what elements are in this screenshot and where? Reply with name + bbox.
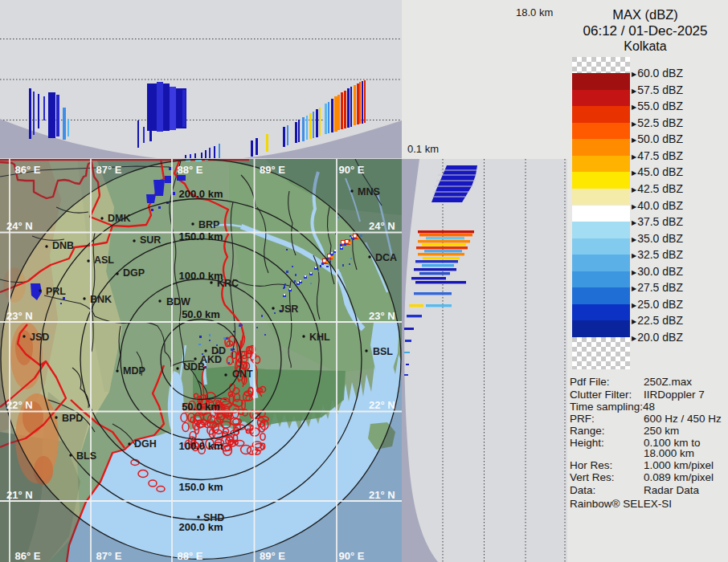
svg-text:86° E: 86° E [15,550,41,562]
svg-text:SUR: SUR [140,234,161,246]
svg-text:150.0 km: 150.0 km [179,230,223,242]
svg-text:ASL: ASL [94,255,114,266]
svg-text:DNB: DNB [52,240,74,251]
svg-text:DCA: DCA [375,252,397,263]
svg-text:KHL: KHL [309,332,330,343]
svg-text:BLS: BLS [76,450,96,462]
svg-text:BRP: BRP [198,219,219,230]
svg-text:BPD: BPD [62,413,83,424]
svg-text:88° E: 88° E [178,164,203,176]
svg-text:150.0 km: 150.0 km [179,481,223,493]
svg-text:88° E: 88° E [178,550,203,562]
svg-text:PRL: PRL [46,286,66,297]
svg-text:89° E: 89° E [260,164,285,176]
svg-text:90° E: 90° E [339,164,365,176]
svg-text:24° N: 24° N [369,220,395,232]
svg-text:UDB: UDB [183,361,205,373]
svg-text:JSD: JSD [30,332,49,343]
svg-text:MDP: MDP [123,365,145,377]
svg-text:BSL: BSL [373,346,393,357]
svg-text:100.0 km: 100.0 km [179,440,223,452]
svg-text:89° E: 89° E [260,550,285,562]
svg-text:200.0 km: 200.0 km [179,521,223,533]
svg-text:21° N: 21° N [369,489,395,501]
svg-text:23° N: 23° N [369,310,395,322]
svg-text:DGP: DGP [123,267,145,279]
svg-text:87° E: 87° E [96,550,122,562]
svg-text:22° N: 22° N [369,399,395,411]
svg-text:50.0 km: 50.0 km [182,401,220,413]
svg-text:200.0 km: 200.0 km [179,188,223,200]
svg-text:21° N: 21° N [6,489,33,501]
svg-text:JSR: JSR [279,303,298,315]
svg-text:86° E: 86° E [15,164,41,176]
svg-text:23° N: 23° N [6,310,33,322]
svg-text:87° E: 87° E [96,164,122,176]
svg-text:50.0 km: 50.0 km [182,308,220,320]
svg-text:BDW: BDW [166,296,190,307]
svg-text:CNT: CNT [232,369,253,380]
svg-text:DMK: DMK [108,213,130,224]
svg-text:MNS: MNS [358,186,380,198]
svg-text:100.0 km: 100.0 km [179,270,223,282]
svg-text:24° N: 24° N [6,220,33,232]
svg-text:DGH: DGH [134,438,157,450]
svg-text:22° N: 22° N [6,399,33,411]
svg-text:90° E: 90° E [339,550,365,562]
svg-text:BNK: BNK [90,294,112,305]
